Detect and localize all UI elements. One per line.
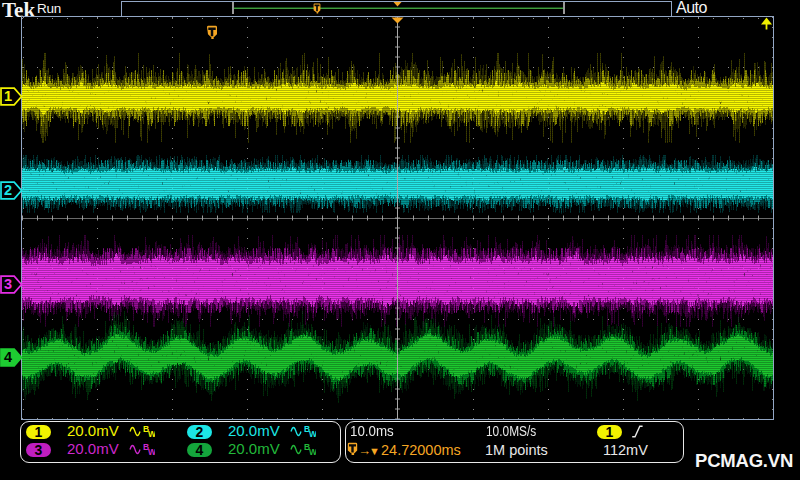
svg-text:3: 3 — [4, 276, 12, 292]
svg-text:4: 4 — [4, 349, 12, 365]
svg-text:W: W — [309, 429, 316, 438]
svg-text:2: 2 — [4, 182, 12, 198]
svg-text:W: W — [148, 429, 155, 438]
svg-text:W: W — [309, 447, 316, 456]
svg-text:W: W — [148, 447, 155, 456]
svg-text:1: 1 — [4, 88, 12, 104]
